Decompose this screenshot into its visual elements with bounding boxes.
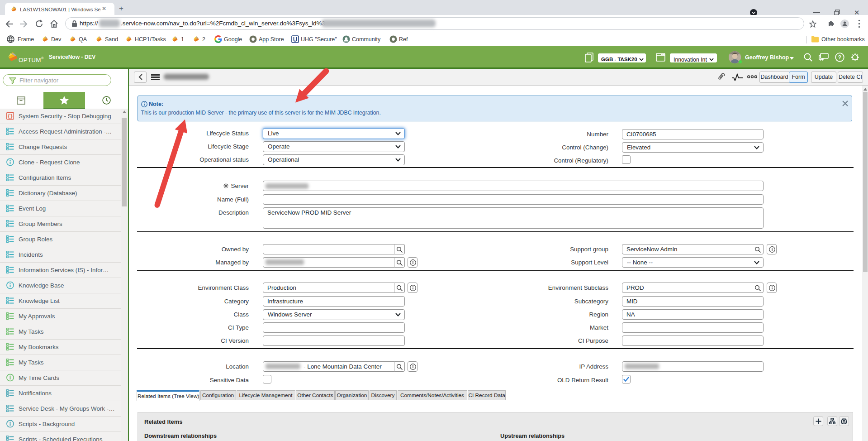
svg-text:?: ? xyxy=(838,54,841,61)
